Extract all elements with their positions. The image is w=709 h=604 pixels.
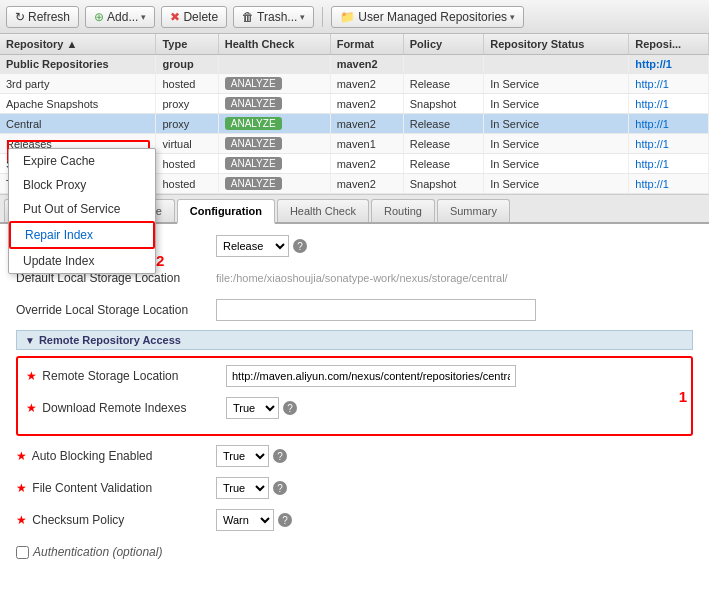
repo-policy: Release xyxy=(403,154,484,174)
remote-access-label: Remote Repository Access xyxy=(39,334,181,346)
download-remote-row: ★ Download Remote Indexes True False ? xyxy=(26,396,683,420)
default-storage-value: file:/home/xiaoshoujia/sonatype-work/nex… xyxy=(216,272,693,284)
repo-format: maven2 xyxy=(330,74,403,94)
repo-status xyxy=(484,55,629,74)
add-button[interactable]: ⊕ Add... ▾ xyxy=(85,6,155,28)
repo-status: In Service xyxy=(484,94,629,114)
repo-name: 3rd party xyxy=(0,74,156,94)
file-content-select[interactable]: True False xyxy=(216,477,269,499)
put-out-of-service-item[interactable]: Put Out of Service xyxy=(9,197,155,221)
block-proxy-item[interactable]: Block Proxy xyxy=(9,173,155,197)
refresh-button[interactable]: ↻ Refresh xyxy=(6,6,79,28)
repo-icon: 📁 xyxy=(340,10,355,24)
repo-status: In Service xyxy=(484,174,629,194)
tab-health-check[interactable]: Health Check xyxy=(277,199,369,222)
override-storage-input[interactable] xyxy=(216,299,536,321)
tab-configuration[interactable]: Configuration xyxy=(177,199,275,224)
table-row[interactable]: Public Repositories group maven2 http://… xyxy=(0,55,709,74)
repo-type: proxy xyxy=(156,114,218,134)
expire-cache-item[interactable]: Expire Cache xyxy=(9,149,155,173)
repo-type: hosted xyxy=(156,174,218,194)
checksum-help-icon[interactable]: ? xyxy=(278,513,292,527)
delete-button[interactable]: ✖ Delete xyxy=(161,6,227,28)
remote-access-section[interactable]: ▼ Remote Repository Access xyxy=(16,330,693,350)
repo-health: ANALYZE xyxy=(218,74,330,94)
repo-health xyxy=(218,55,330,74)
col-repository[interactable]: Repository ▲ xyxy=(0,34,156,55)
repo-name: Public Repositories xyxy=(0,55,156,74)
collapse-icon: ▼ xyxy=(25,335,35,346)
trash-button[interactable]: 🗑 Trash... ▾ xyxy=(233,6,314,28)
col-format[interactable]: Format xyxy=(330,34,403,55)
file-content-help-icon[interactable]: ? xyxy=(273,481,287,495)
context-menu: Expire Cache Block Proxy Put Out of Serv… xyxy=(8,148,156,274)
repo-type: hosted xyxy=(156,154,218,174)
repo-url: http://1 xyxy=(629,94,709,114)
table-row-central[interactable]: Central proxy ANALYZE maven2 Release In … xyxy=(0,114,709,134)
repo-format: maven2 xyxy=(330,94,403,114)
repo-health: ANALYZE xyxy=(218,94,330,114)
col-policy[interactable]: Policy xyxy=(403,34,484,55)
repo-type: hosted xyxy=(156,74,218,94)
auth-section-row: Authentication (optional) xyxy=(16,540,693,564)
repo-format: maven2 xyxy=(330,154,403,174)
repo-policy: Release xyxy=(403,134,484,154)
auto-blocking-value: True False ? xyxy=(216,445,693,467)
remote-storage-input[interactable] xyxy=(226,365,516,387)
toolbar: ↻ Refresh ⊕ Add... ▾ ✖ Delete 🗑 Trash...… xyxy=(0,0,709,34)
table-row[interactable]: Apache Snapshots proxy ANALYZE maven2 Sn… xyxy=(0,94,709,114)
add-label: Add... xyxy=(107,10,138,24)
file-content-label: ★ File Content Validation xyxy=(16,481,216,495)
repo-format: maven1 xyxy=(330,134,403,154)
override-storage-value xyxy=(216,299,693,321)
repo-type: proxy xyxy=(156,94,218,114)
auto-blocking-label: ★ Auto Blocking Enabled xyxy=(16,449,216,463)
tab-routing[interactable]: Routing xyxy=(371,199,435,222)
required-star5: ★ xyxy=(16,481,27,495)
repo-url: http://1 xyxy=(629,74,709,94)
repo-health: ANALYZE xyxy=(218,154,330,174)
repo-button[interactable]: 📁 User Managed Repositories ▾ xyxy=(331,6,524,28)
delete-label: Delete xyxy=(183,10,218,24)
checksum-select[interactable]: Warn Ignore Strict xyxy=(216,509,274,531)
table-row[interactable]: 3rd party hosted ANALYZE maven2 Release … xyxy=(0,74,709,94)
col-type[interactable]: Type xyxy=(156,34,218,55)
repair-index-item[interactable]: Repair Index xyxy=(11,223,153,247)
download-remote-value: True False ? xyxy=(226,397,683,419)
override-storage-label: Override Local Storage Location xyxy=(16,303,216,317)
repo-url: http://1 xyxy=(629,174,709,194)
repo-health: ANALYZE xyxy=(218,174,330,194)
repo-url: http://1 xyxy=(629,134,709,154)
update-index-item[interactable]: Update Index xyxy=(9,249,155,273)
repo-format: maven2 xyxy=(330,114,403,134)
col-status[interactable]: Repository Status xyxy=(484,34,629,55)
checksum-row: ★ Checksum Policy Warn Ignore Strict ? xyxy=(16,508,693,532)
auth-checkbox[interactable] xyxy=(16,546,29,559)
repo-type: virtual xyxy=(156,134,218,154)
repo-type: group xyxy=(156,55,218,74)
trash-icon: 🗑 xyxy=(242,10,254,24)
repo-policy: Release xyxy=(403,114,484,134)
auto-blocking-help-icon[interactable]: ? xyxy=(273,449,287,463)
policy-help-icon[interactable]: ? xyxy=(293,239,307,253)
add-icon: ⊕ xyxy=(94,10,104,24)
download-remote-label: ★ Download Remote Indexes xyxy=(26,401,226,415)
auto-blocking-select[interactable]: True False xyxy=(216,445,269,467)
download-remote-help-icon[interactable]: ? xyxy=(283,401,297,415)
file-content-value: True False ? xyxy=(216,477,693,499)
required-star3: ★ xyxy=(26,401,37,415)
download-remote-select[interactable]: True False xyxy=(226,397,279,419)
chevron-down-icon2: ▾ xyxy=(300,12,305,22)
number1-badge: 1 xyxy=(679,388,687,405)
policy-select[interactable]: Release Snapshot xyxy=(216,235,289,257)
col-health[interactable]: Health Check xyxy=(218,34,330,55)
checksum-value: Warn Ignore Strict ? xyxy=(216,509,693,531)
checksum-label: ★ Checksum Policy xyxy=(16,513,216,527)
repo-policy: Release xyxy=(403,74,484,94)
remote-storage-value xyxy=(226,365,683,387)
repo-name: Apache Snapshots xyxy=(0,94,156,114)
col-url[interactable]: Reposi... xyxy=(629,34,709,55)
repo-status: In Service xyxy=(484,154,629,174)
tab-summary[interactable]: Summary xyxy=(437,199,510,222)
repo-format: maven2 xyxy=(330,174,403,194)
